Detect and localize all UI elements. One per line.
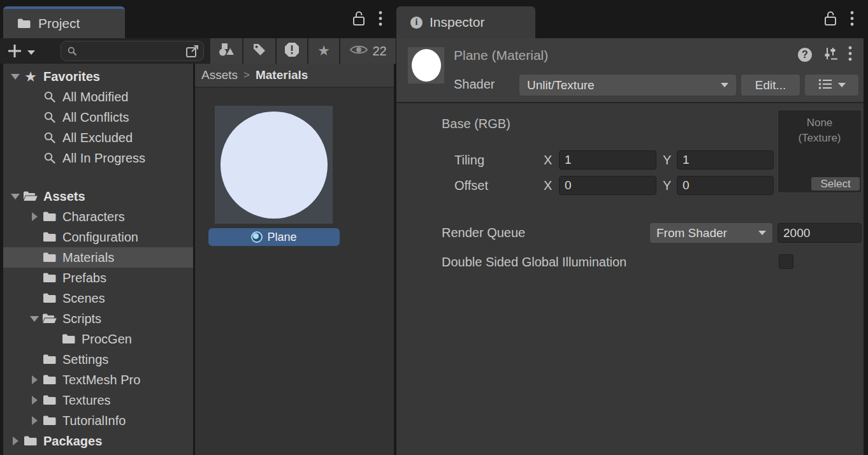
tree-item-label: All Modified xyxy=(62,90,128,105)
tree-item-procgen[interactable]: ProcGen xyxy=(3,329,193,349)
tree-item-scripts[interactable]: Scripts xyxy=(3,308,193,329)
tree-item-favorites[interactable]: ★ Favorites xyxy=(3,66,193,87)
chevron-down-icon[interactable] xyxy=(8,194,22,199)
shader-dropdown[interactable]: Unlit/Texture xyxy=(519,75,736,96)
chevron-right-icon[interactable] xyxy=(8,437,22,445)
project-panel: Project xyxy=(0,0,396,455)
kebab-menu-icon[interactable] xyxy=(379,11,382,29)
chevron-down-icon xyxy=(758,231,766,235)
folder-open-icon xyxy=(22,191,39,202)
unlock-icon[interactable] xyxy=(352,10,366,29)
tree-item-all-modified[interactable]: All Modified xyxy=(3,87,193,107)
kebab-menu-icon[interactable] xyxy=(848,46,852,64)
folder-icon xyxy=(41,211,58,222)
folder-icon xyxy=(61,333,77,345)
tree-item-settings[interactable]: Settings xyxy=(3,349,193,370)
project-window-controls xyxy=(352,9,382,31)
material-sphere-icon xyxy=(251,231,263,243)
inspector-body: Base (RGB) None (Texture) Select Tiling … xyxy=(396,103,864,455)
project-tree: ★ Favorites All Modified All Conflicts xyxy=(0,64,193,455)
tab-inspector[interactable]: i Inspector xyxy=(396,6,535,38)
folder-icon xyxy=(22,435,39,447)
tree-item-configuration[interactable]: Configuration xyxy=(3,227,193,247)
tree-item-all-excluded[interactable]: All Excluded xyxy=(3,127,193,148)
offset-x-input[interactable] xyxy=(559,176,656,195)
edit-shader-button[interactable]: Edit... xyxy=(741,75,800,96)
search-input[interactable] xyxy=(81,45,185,58)
material-preview-swatch[interactable] xyxy=(408,47,444,83)
shader-list-button[interactable] xyxy=(805,75,858,96)
tiling-x-label: X xyxy=(544,153,552,168)
search-icon xyxy=(41,90,58,103)
visibility-count-button[interactable]: 22 xyxy=(340,38,396,64)
inspector-title: Plane (Material) xyxy=(454,47,548,64)
tree-item-label: Favorites xyxy=(43,69,100,84)
project-main: ★ Favorites All Modified All Conflicts xyxy=(0,64,396,455)
filter-by-label-button[interactable] xyxy=(243,38,275,64)
kebab-menu-icon[interactable] xyxy=(850,11,854,29)
create-asset-button[interactable] xyxy=(6,43,35,62)
chevron-down-icon[interactable] xyxy=(27,316,41,322)
chevron-right-icon[interactable] xyxy=(27,416,41,425)
help-icon[interactable]: ? xyxy=(798,48,812,62)
shader-dropdown-value: Unlit/Texture xyxy=(527,78,595,92)
tree-item-packages[interactable]: Packages xyxy=(3,431,193,451)
project-tabbar: Project xyxy=(0,0,396,38)
tree-item-characters[interactable]: Characters xyxy=(3,206,193,227)
tree-item-label: All Conflicts xyxy=(62,110,129,125)
asset-label-selected[interactable]: Plane xyxy=(208,228,340,246)
material-thumbnail[interactable] xyxy=(215,106,333,224)
shader-label: Shader xyxy=(454,77,495,92)
tree-item-label: Scripts xyxy=(62,312,101,326)
chevron-down-icon xyxy=(721,83,728,87)
favorites-filter-button[interactable]: ★ xyxy=(308,38,339,64)
chevron-down-icon[interactable] xyxy=(8,74,22,80)
chevron-right-icon[interactable] xyxy=(27,396,41,405)
tree-item-all-in-progress[interactable]: All In Progress xyxy=(3,148,193,168)
render-queue-dropdown[interactable]: From Shader xyxy=(650,223,772,243)
filter-by-type-button[interactable] xyxy=(210,38,242,64)
tree-item-tutorialinfo[interactable]: TutorialInfo xyxy=(3,410,193,431)
tree-item-all-conflicts[interactable]: All Conflicts xyxy=(3,107,193,127)
open-search-window-icon[interactable] xyxy=(185,43,200,59)
tree-item-label: Scenes xyxy=(62,291,105,306)
double-sided-gi-checkbox[interactable] xyxy=(779,254,793,269)
tree-item-prefabs[interactable]: Prefabs xyxy=(3,268,193,288)
tiling-x-input[interactable] xyxy=(559,150,656,170)
tag-icon xyxy=(252,42,267,60)
unlock-icon[interactable] xyxy=(823,10,837,29)
breadcrumb-current[interactable]: Materials xyxy=(256,68,308,82)
texture-slot[interactable]: None (Texture) Select xyxy=(778,110,862,193)
tree-item-assets[interactable]: Assets xyxy=(3,186,193,206)
tree-item-label: Materials xyxy=(62,250,114,265)
breadcrumb-root[interactable]: Assets xyxy=(201,68,238,82)
tree-item-scenes[interactable]: Scenes xyxy=(3,288,193,308)
chevron-right-icon[interactable] xyxy=(27,375,41,384)
search-box[interactable] xyxy=(61,41,204,61)
offset-x-label: X xyxy=(544,178,552,193)
tab-project[interactable]: Project xyxy=(3,6,125,38)
folder-icon xyxy=(41,252,58,263)
render-queue-value-input[interactable] xyxy=(778,223,862,243)
render-queue-label: Render Queue xyxy=(442,226,525,240)
project-toolbar-buttons: ★ 22 xyxy=(210,38,396,64)
folder-icon xyxy=(41,272,58,284)
chevron-right-icon[interactable] xyxy=(27,212,41,221)
base-rgb-label: Base (RGB) xyxy=(442,117,510,131)
inspector-panel: i Inspector Plane (Material) ? Shader xyxy=(396,0,868,455)
texture-select-button[interactable]: Select xyxy=(811,177,860,191)
tree-item-label: All Excluded xyxy=(62,131,133,145)
plus-icon xyxy=(6,43,23,62)
tree-item-label: Settings xyxy=(62,352,108,367)
tree-item-textmesh-pro[interactable]: TextMesh Pro xyxy=(3,370,193,390)
tree-item-materials[interactable]: Materials xyxy=(3,247,193,268)
search-icon xyxy=(41,152,58,164)
folder-icon xyxy=(41,354,58,365)
tree-item-textures[interactable]: Textures xyxy=(3,390,193,410)
tiling-y-input[interactable] xyxy=(677,150,774,170)
alert-filter-button[interactable] xyxy=(277,38,307,64)
presets-icon[interactable] xyxy=(822,47,838,63)
search-icon xyxy=(41,111,58,124)
folder-icon xyxy=(41,374,58,386)
offset-y-input[interactable] xyxy=(677,176,774,195)
